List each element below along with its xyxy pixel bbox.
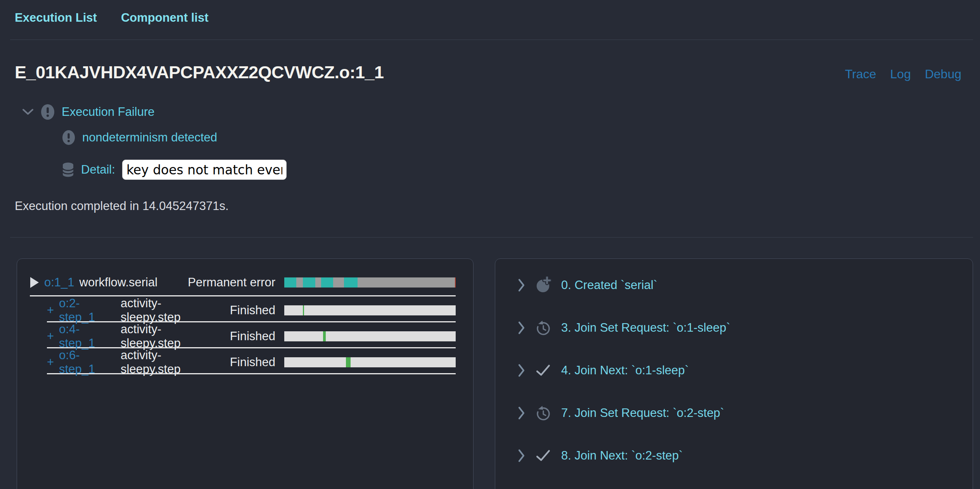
bar-segment-gray [296,277,303,288]
bar-segment-teal [344,277,358,288]
execution-row[interactable]: o:1_1workflow.serialPermanent error [30,269,456,296]
execution-name-cell: +o:2-step_1activity-sleepy.step [47,296,221,324]
chevron-right-icon[interactable] [518,449,525,462]
component-name: workflow.serial [80,275,158,289]
header: E_01KAJVHDX4VAPCPAXXZ2QCVWCZ.o:1_1 Trace… [15,62,961,83]
execution-row[interactable]: +o:6-step_1activity-sleepy.stepFinished [47,348,456,374]
chevron-right-icon[interactable] [518,279,525,292]
event-row[interactable]: 7. Join Set Request: `o:2-step` [518,392,973,434]
bar-segment-teal [303,277,315,288]
page-title: E_01KAJVHDX4VAPCPAXXZ2QCVWCZ.o:1_1 [15,62,384,83]
panels: o:1_1workflow.serialPermanent error+o:2-… [17,258,980,489]
execution-row[interactable]: +o:2-step_1activity-sleepy.stepFinished [47,296,456,322]
bar-segment-teal [321,277,333,288]
nav-execution-list[interactable]: Execution List [15,11,97,25]
execution-failure-section: Execution Failure nondeterminism detecte… [22,101,980,181]
play-icon[interactable] [30,277,39,288]
execution-row[interactable]: +o:4-step_1activity-sleepy.stepFinished [47,322,456,348]
expand-plus-icon[interactable]: + [47,355,54,369]
execution-name-cell: +o:6-step_1activity-sleepy.step [47,348,221,376]
detail-input[interactable] [122,160,287,180]
detail-label: Detail: [81,163,115,177]
nav-component-list[interactable]: Component list [121,11,209,25]
execution-status: Finished [230,303,275,317]
bar-segment-teal [284,277,296,288]
execution-status: Finished [230,355,275,369]
warning-icon [62,130,75,145]
top-nav: Execution List Component list [0,0,980,25]
event-list-panel: 0. Created `serial`3. Join Set Request: … [495,258,973,489]
execution-id-link[interactable]: o:6-step_1 [59,348,116,376]
execution-name-cell: o:1_1workflow.serial [30,275,179,289]
bar-segment-gray [315,277,321,288]
execution-id-link[interactable]: o:4-step_1 [59,322,116,350]
check-icon [534,449,553,462]
log-link[interactable]: Log [890,67,911,81]
execution-name-cell: +o:4-step_1activity-sleepy.step [47,322,221,350]
check-icon [534,364,553,377]
debug-link[interactable]: Debug [925,67,961,81]
event-label: 8. Join Next: `o:2-step` [561,449,683,463]
component-name: activity-sleepy.step [121,296,221,324]
event-row[interactable]: 0. Created `serial` [518,264,973,306]
component-name: activity-sleepy.step [121,322,221,350]
bar-marker-green [303,305,304,315]
execution-id-link[interactable]: o:2-step_1 [59,296,116,324]
execution-progress-bar [284,277,456,288]
warning-icon [41,104,55,120]
content-divider [10,237,973,238]
header-actions: Trace Log Debug [845,67,961,81]
execution-summary: Execution completed in 14.045247371s. [15,199,980,213]
failure-title: Execution Failure [62,105,155,119]
nav-divider [10,40,973,40]
execution-progress-bar [284,305,456,315]
failure-message: nondeterminism detected [82,131,217,145]
event-label: 3. Join Set Request: `o:1-sleep` [561,321,730,335]
execution-progress-bar [284,357,456,367]
bar-marker-green [323,331,326,341]
component-name: activity-sleepy.step [121,348,221,376]
expand-plus-icon[interactable]: + [47,329,54,343]
execution-failure-row[interactable]: Execution Failure [22,101,980,123]
database-icon [62,162,74,177]
event-label: 7. Join Set Request: `o:2-step` [561,406,724,420]
history-icon [534,319,553,336]
trace-link[interactable]: Trace [845,67,876,81]
failure-detail-row: Detail: [62,159,980,181]
bar-segment-red [455,277,456,288]
chevron-down-icon[interactable] [22,108,34,115]
event-label: 4. Join Next: `o:1-sleep` [561,363,689,377]
history-icon [534,405,553,422]
execution-status: Finished [230,329,275,343]
failure-message-row: nondeterminism detected [62,127,980,148]
bar-segment-gray [358,277,455,288]
event-row[interactable]: 4. Join Next: `o:1-sleep` [518,349,973,392]
execution-progress-bar [284,331,456,341]
created-icon [534,276,553,294]
chevron-right-icon[interactable] [518,321,525,334]
execution-id-link[interactable]: o:1_1 [44,275,74,289]
execution-table-panel: o:1_1workflow.serialPermanent error+o:2-… [17,258,474,489]
execution-status: Permanent error [188,275,275,289]
bar-segment-gray [333,277,344,288]
chevron-right-icon[interactable] [518,406,525,420]
bar-marker-green [346,357,351,367]
expand-plus-icon[interactable]: + [47,303,54,317]
event-row[interactable]: 3. Join Set Request: `o:1-sleep` [518,306,973,349]
event-row[interactable]: 8. Join Next: `o:2-step` [518,434,973,477]
chevron-right-icon[interactable] [518,364,525,377]
event-label: 0. Created `serial` [561,278,657,292]
